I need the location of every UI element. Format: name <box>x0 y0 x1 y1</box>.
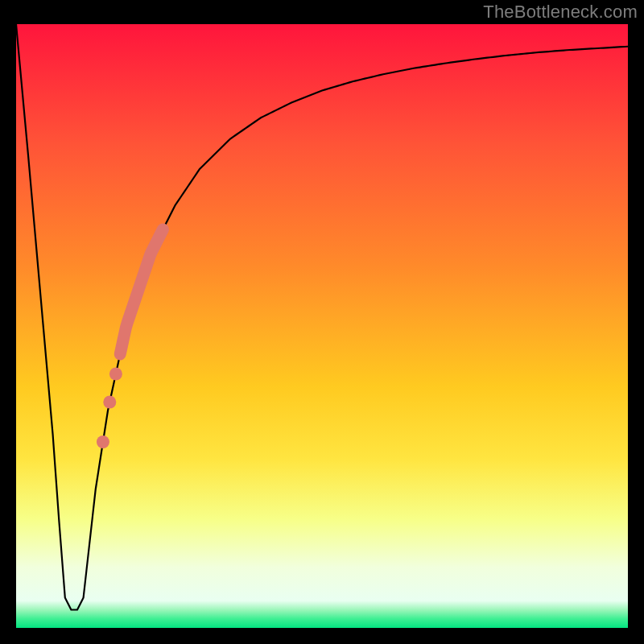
highlight-dot <box>97 436 109 448</box>
chart-plot <box>16 24 628 628</box>
highlight-dot <box>109 368 122 381</box>
watermark-text: TheBottleneck.com <box>483 2 638 23</box>
chart-frame: TheBottleneck.com <box>0 0 644 644</box>
gradient-background <box>16 24 628 628</box>
highlight-dot <box>103 396 116 409</box>
